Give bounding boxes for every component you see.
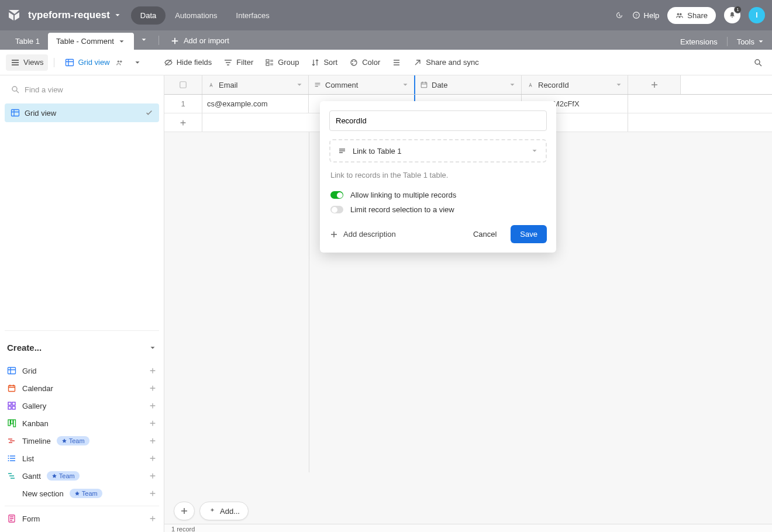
chevron-down-icon[interactable] xyxy=(508,81,516,89)
plus-icon xyxy=(149,514,157,523)
svg-rect-33 xyxy=(421,82,427,88)
column-header-email[interactable]: Email xyxy=(202,75,309,94)
create-item-gallery[interactable]: Gallery xyxy=(5,397,159,414)
color-button[interactable]: Color xyxy=(344,54,385,71)
search-button[interactable] xyxy=(750,54,766,71)
views-label: Views xyxy=(23,58,43,67)
top-tab-interfaces[interactable]: Interfaces xyxy=(227,6,279,25)
create-item-calendar[interactable]: Calendar xyxy=(5,379,159,397)
create-item-gantt[interactable]: GanttTeam xyxy=(5,467,159,485)
view-item-grid-view[interactable]: Grid view xyxy=(5,103,159,122)
sort-label: Sort xyxy=(323,58,337,67)
field-name-input[interactable] xyxy=(329,110,547,131)
limit-view-toggle[interactable] xyxy=(330,206,343,213)
create-toggle[interactable]: Create... xyxy=(5,338,159,357)
select-all-checkbox[interactable] xyxy=(164,75,202,94)
app-logo-icon xyxy=(7,8,28,22)
create-item-form[interactable]: Form xyxy=(5,510,159,527)
create-item-timeline[interactable]: TimelineTeam xyxy=(5,432,159,450)
share-button[interactable]: Share xyxy=(667,7,716,24)
base-name-chevron-icon[interactable] xyxy=(113,11,122,19)
plus-icon xyxy=(650,80,659,89)
add-description-label: Add description xyxy=(343,230,396,239)
team-badge: Team xyxy=(70,489,102,498)
allow-multiple-toggle[interactable] xyxy=(330,191,343,199)
extensions-button[interactable]: Extensions xyxy=(680,37,718,46)
add-description-button[interactable]: Add description xyxy=(329,230,396,239)
menu-icon xyxy=(11,58,20,67)
add-record-round-button[interactable] xyxy=(174,502,195,520)
svg-rect-32 xyxy=(180,82,187,88)
view-chevron-icon[interactable] xyxy=(131,56,144,69)
svg-rect-9 xyxy=(266,63,269,65)
field-type-selector[interactable]: Link to Table 1 xyxy=(329,139,547,163)
grid-status-bar: 1 record xyxy=(164,524,772,532)
create-item-new-section[interactable]: New sectionTeam xyxy=(5,485,159,502)
plus-icon xyxy=(149,367,157,375)
plus-icon xyxy=(149,454,157,462)
chevron-down-icon[interactable] xyxy=(295,81,304,89)
add-column-button[interactable] xyxy=(628,75,681,94)
plus-icon xyxy=(171,37,179,45)
find-view-input[interactable]: Find a view xyxy=(5,80,159,99)
create-item-list[interactable]: List xyxy=(5,450,159,467)
tabbar-right: Extensions Tools xyxy=(680,37,772,50)
top-right: ? Help Share 1 I xyxy=(615,7,765,24)
sort-button[interactable]: Sort xyxy=(306,54,342,71)
add-or-import-button[interactable]: Add or import xyxy=(164,36,236,50)
views-toggle-button[interactable]: Views xyxy=(6,54,48,71)
group-button[interactable]: Group xyxy=(260,54,304,71)
add-dropdown-button[interactable]: Add... xyxy=(199,502,249,520)
divider xyxy=(5,506,159,506)
chevron-down-icon[interactable] xyxy=(401,81,409,89)
svg-point-5 xyxy=(117,60,119,63)
plus-icon xyxy=(179,119,187,127)
top-tab-data[interactable]: Data xyxy=(131,6,166,25)
text-icon xyxy=(207,81,215,89)
help-button[interactable]: ? Help xyxy=(632,11,660,20)
column-header-comment[interactable]: Comment xyxy=(309,75,415,94)
chevron-down-icon[interactable] xyxy=(615,81,623,89)
column-label: Comment xyxy=(325,81,358,89)
view-toolbar: Views Grid view Hide fields Filter Group… xyxy=(0,50,772,75)
chevron-down-icon xyxy=(118,37,126,46)
cancel-button[interactable]: Cancel xyxy=(465,225,505,243)
column-header-recordid[interactable]: RecordId xyxy=(522,75,628,94)
svg-rect-27 xyxy=(13,420,16,427)
avatar[interactable]: I xyxy=(749,7,765,23)
calendar-icon xyxy=(7,384,16,393)
search-icon xyxy=(11,85,20,94)
field-type-description: Link to records in the Table 1 table. xyxy=(330,171,546,179)
create-item-label: Calendar xyxy=(22,384,53,393)
table-tabs-chevron-icon[interactable] xyxy=(134,33,154,46)
hide-fields-button[interactable]: Hide fields xyxy=(159,54,217,71)
svg-point-10 xyxy=(351,60,357,65)
divider xyxy=(158,36,159,45)
svg-rect-19 xyxy=(8,368,16,374)
column-header-date[interactable]: Date xyxy=(415,75,522,94)
base-name[interactable]: typeform-request xyxy=(28,9,110,21)
notifications-button[interactable]: 1 xyxy=(724,7,740,23)
table-tab-comment[interactable]: Table - Comment xyxy=(48,33,134,50)
history-icon[interactable] xyxy=(615,11,624,20)
filter-button[interactable]: Filter xyxy=(219,54,258,71)
row-height-button[interactable] xyxy=(387,54,406,71)
create-item-label: Grid xyxy=(22,367,37,375)
notifications-badge: 1 xyxy=(734,6,742,13)
create-item-label: Timeline xyxy=(22,437,51,445)
svg-rect-20 xyxy=(9,386,15,392)
text-icon xyxy=(526,81,535,89)
plus-icon xyxy=(149,437,157,445)
column-label: Date xyxy=(432,81,447,89)
check-icon xyxy=(145,109,153,117)
create-item-grid[interactable]: Grid xyxy=(5,362,159,379)
current-view-button[interactable]: Grid view xyxy=(60,54,128,71)
top-tab-automations[interactable]: Automations xyxy=(166,6,226,25)
create-item-kanban[interactable]: Kanban xyxy=(5,414,159,432)
table-tab-1[interactable]: Table 1 xyxy=(7,33,48,50)
cell-email[interactable]: cs@example.com xyxy=(202,95,309,113)
chevron-down-icon xyxy=(149,344,157,352)
tools-button[interactable]: Tools xyxy=(737,37,765,46)
save-button[interactable]: Save xyxy=(511,225,547,243)
share-sync-button[interactable]: Share and sync xyxy=(408,54,483,71)
